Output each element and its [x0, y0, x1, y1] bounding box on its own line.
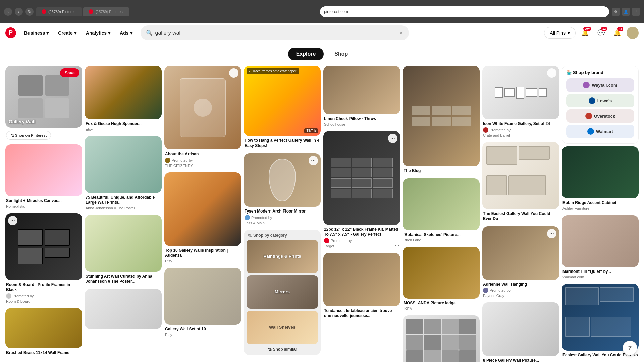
pinterest-header: P Business ▾ Create ▾ Analytics ▾ Ads ▾ …: [0, 23, 644, 42]
main-content: Gallery Wall Save 🛍 Shop on Pinterest Sa…: [0, 63, 644, 362]
search-input[interactable]: [155, 30, 397, 36]
pin-card-citizenry[interactable]: Save ⋯ About the Artisan Promoted by THE…: [164, 66, 241, 170]
category-mirrors-label: Mirrors: [275, 289, 290, 294]
wayfair-logo: [583, 82, 590, 88]
pin-source: Etsy: [86, 127, 161, 131]
category-mirrors[interactable]: Mirrors: [247, 275, 318, 309]
promoted-label: Promoted by: [13, 294, 34, 298]
pin-card-brushed-brass[interactable]: Save Brushed Brass 11x14 Wall Frame: [5, 308, 82, 358]
easiest-2-image: [562, 284, 639, 351]
pin-card-stunning-art[interactable]: Save Stunning Art Wall Curated by Anna J…: [85, 215, 162, 286]
pin-card-adrienne[interactable]: Save ⋯ Adrienne Wall Hanging Promoted by…: [482, 226, 559, 300]
pin-card-marmont[interactable]: Save Marmont Hill "Quiet" by... Walmart.…: [562, 215, 639, 281]
clear-search-icon[interactable]: ✕: [399, 30, 404, 36]
notification-btn-2[interactable]: 💬 12: [594, 26, 608, 40]
pin-card-black-frame-kit[interactable]: Save ⋯ 12pc 12" x 12" Black Frame Kit, M…: [323, 131, 400, 250]
menu-btn[interactable]: ⋮: [632, 8, 640, 16]
more-options-btn[interactable]: ⋯: [229, 68, 238, 78]
nav-analytics[interactable]: Analytics ▾: [82, 27, 114, 38]
pinterest-favicon-2: [89, 9, 93, 14]
address-bar[interactable]: pinterest.com: [320, 6, 609, 17]
pin-source: Birch Lane: [404, 238, 479, 242]
promoter-name: Target: [324, 244, 399, 248]
more-options-inline[interactable]: ⋯: [395, 243, 399, 248]
shop-similar-container: 🛍 Shop similar: [244, 347, 321, 355]
user-avatar[interactable]: [627, 27, 639, 39]
browser-tab-1[interactable]: (25789) Pinterest: [36, 7, 82, 16]
chevron-down-icon: ▾: [46, 30, 49, 36]
column-3: Save ⋯ About the Artisan Promoted by THE…: [164, 66, 241, 339]
shop-on-pinterest-btn[interactable]: 🛍 Shop on Pinterest: [6, 131, 51, 140]
pin-card-fox-geese[interactable]: Save Fox & Geese Hugh Spencer... Etsy: [85, 66, 162, 133]
browser-tab-2[interactable]: (25789) Pinterest: [83, 7, 129, 16]
brand-wayfair[interactable]: Wayfair.com: [566, 78, 634, 92]
pin-source: Schoolhouse: [324, 122, 399, 126]
pin-card-tysen[interactable]: Save ⋯ Tysen Modern Arch Floor Mirror Pr…: [244, 153, 321, 227]
pin-card-8piece[interactable]: Save 8 Piece Gallery Wall Picture... Way…: [482, 302, 559, 362]
more-options-btn[interactable]: ⋯: [388, 134, 397, 143]
pin-card-gallery-wall[interactable]: Gallery Wall Save 🛍 Shop on Pinterest: [5, 66, 82, 142]
shop-by-brand-section: 🏪 Shop by brand Wayfair.com Lowe's Overs…: [562, 66, 639, 144]
shop-similar-btn[interactable]: 🛍 Shop similar: [267, 347, 297, 352]
overstock-logo: [585, 113, 592, 119]
extensions-btn[interactable]: ⚙: [612, 8, 620, 16]
shop-category-section: 🛍 Shop by category Paintings & Prints Mi…: [244, 230, 321, 355]
pin-card-linen[interactable]: Save Linen Check Pillow - Throw Schoolho…: [323, 66, 400, 128]
pin-card-gallery-set[interactable]: Save Gallery Wall Set of 10... Etsy: [164, 268, 241, 339]
more-options-btn[interactable]: ⋯: [547, 68, 556, 78]
nav-create[interactable]: Create ▾: [54, 27, 80, 38]
tabs-bar: Explore Shop: [0, 42, 644, 63]
profile-btn[interactable]: 👤: [622, 8, 630, 16]
pin-card-the-blog[interactable]: Save The Blog: [403, 66, 480, 176]
pin-card-top10[interactable]: Save Top 10 Gallery Walls Inspiration | …: [164, 172, 241, 265]
refresh-button[interactable]: ↻: [25, 8, 34, 16]
gallery-wall-label: Gallery Wall: [9, 119, 36, 124]
pin-card-mosslanda[interactable]: Save MOSSLANDA Picture ledge... IKEA: [403, 247, 480, 313]
more-options-btn[interactable]: ⋯: [8, 216, 17, 225]
pin-card-small[interactable]: Save: [85, 289, 162, 329]
save-button[interactable]: Save: [60, 68, 79, 77]
pin-card-robin-ridge[interactable]: Save Robin Ridge Accent Cabinet Ashley F…: [562, 146, 639, 213]
pin-card-botanical[interactable]: Save 'Botanical Sketches' Picture... Bir…: [403, 178, 480, 244]
pin-title: Marmont Hill "Quiet" by...: [562, 269, 638, 275]
category-paintings[interactable]: Paintings & Prints: [247, 240, 318, 273]
tab-shop[interactable]: Shop: [326, 48, 356, 60]
pin-card-75-beautiful[interactable]: Save 75 Beautiful, Unique, and Affordabl…: [85, 136, 162, 212]
forward-button[interactable]: ›: [15, 8, 23, 16]
category-shelves[interactable]: Wall Shelves: [247, 311, 318, 344]
notification-btn-1[interactable]: 🔔 99+: [578, 26, 592, 40]
pin-card-easiest[interactable]: Save The Easiest Gallery Wall You Could …: [482, 142, 559, 224]
pin-title: Robin Ridge Accent Cabinet: [562, 200, 638, 206]
pin-card-how-to-hang[interactable]: 2. Trace frames onto craft paper! TikTok…: [244, 66, 321, 150]
brand-walmart[interactable]: Walmart: [566, 125, 634, 138]
pin-source: IKEA: [404, 307, 479, 311]
pin-card-tendance[interactable]: Save Tendance : le tableau ancien trouve…: [323, 253, 400, 321]
pin-title: Adrienne Wall Hanging: [483, 282, 558, 287]
nav-ads[interactable]: Ads ▾: [116, 27, 136, 38]
brand-overstock[interactable]: Overstock: [566, 109, 634, 123]
help-button[interactable]: ?: [623, 341, 637, 355]
promoter-avatar: [483, 288, 488, 293]
more-options-btn[interactable]: ⋯: [547, 229, 556, 238]
pin-card-sunlight[interactable]: Save Sunlight + Miracles Canvas... Homep…: [5, 144, 82, 210]
promoter-avatar: [483, 127, 488, 133]
pin-card-icon-white[interactable]: Save ⋯ Icon White Frame Gallery, Set of …: [482, 66, 559, 139]
brand-lowes[interactable]: Lowe's: [566, 94, 634, 107]
header-nav: Business ▾ Create ▾ Analytics ▾ Ads ▾: [20, 27, 137, 38]
citizenry-image: [164, 66, 241, 149]
pin-card-room-board[interactable]: Save ⋯ Room & Board | Profile Frames in …: [5, 213, 82, 305]
nav-business[interactable]: Business ▾: [20, 27, 53, 38]
pinterest-logo[interactable]: P: [5, 27, 16, 38]
pin-title: 'Botanical Sketches' Picture...: [404, 232, 479, 238]
walmart-logo: [587, 128, 594, 135]
notification-btn-3[interactable]: 🔔 43: [610, 26, 624, 40]
pinterest-favicon-1: [42, 9, 46, 14]
tab-explore[interactable]: Explore: [288, 48, 324, 60]
filter-all-pins[interactable]: All Pins ▾: [544, 27, 576, 39]
back-button[interactable]: ‹: [4, 8, 12, 16]
pin-source: Homeplistic: [6, 204, 82, 208]
tiktok-badge: TikTok: [304, 128, 318, 133]
more-options-btn[interactable]: ⋯: [309, 156, 318, 165]
pin-card-gallery-grid[interactable]: Save: [403, 315, 480, 362]
promoter-avatar: [245, 215, 250, 220]
